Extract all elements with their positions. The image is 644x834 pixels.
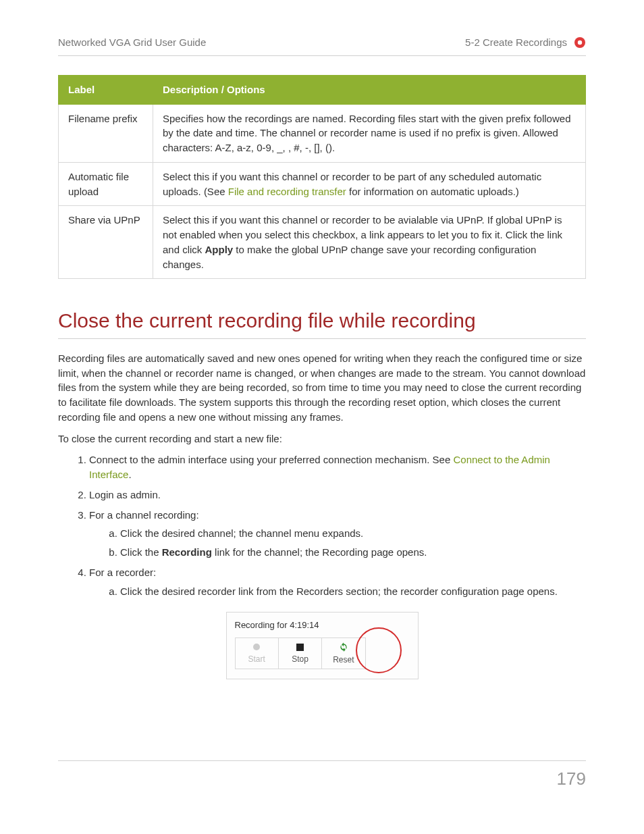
- header-rule: [58, 55, 586, 56]
- recording-button-row: Start Stop Reset: [235, 637, 366, 669]
- page-number: 179: [58, 766, 586, 792]
- cell-label: Share via UPnP: [59, 206, 153, 279]
- step-4: For a recorder: Click the desired record…: [89, 565, 586, 599]
- brand-icon: [574, 36, 586, 49]
- link-file-transfer[interactable]: File and recording transfer: [228, 186, 346, 197]
- start-button[interactable]: Start: [236, 638, 279, 669]
- steps-list: Connect to the admin interface using you…: [58, 452, 586, 598]
- step-3: For a channel recording: Click the desir…: [89, 508, 586, 560]
- reset-icon: [339, 642, 348, 654]
- svg-rect-3: [296, 644, 304, 651]
- header-left: Networked VGA Grid User Guide: [58, 35, 206, 50]
- stop-button[interactable]: Stop: [279, 638, 322, 669]
- recording-status-text: Recording for 4:19:14: [235, 619, 410, 632]
- reset-button[interactable]: Reset: [322, 638, 365, 669]
- table-row: Automatic file upload Select this if you…: [59, 162, 586, 206]
- step-3a: Click the desired channel; the channel m…: [120, 526, 586, 541]
- table-row: Share via UPnP Select this if you want t…: [59, 206, 586, 279]
- svg-point-1: [578, 41, 582, 45]
- stop-icon: [296, 644, 304, 653]
- page-header: Networked VGA Grid User Guide 5-2 Create…: [58, 35, 586, 54]
- svg-point-2: [253, 644, 260, 650]
- record-icon: [252, 643, 261, 653]
- step-2: Login as admin.: [89, 488, 586, 502]
- header-right: 5-2 Create Recordings: [465, 35, 567, 50]
- th-desc: Description / Options: [153, 75, 586, 104]
- footer-rule: [58, 760, 586, 761]
- intro-lead: To close the current recording and start…: [58, 432, 586, 446]
- intro-paragraph: Recording files are automatically saved …: [58, 351, 586, 425]
- cell-desc: Select this if you want this channel or …: [153, 206, 586, 279]
- cell-label: Filename prefix: [59, 104, 153, 162]
- section-heading: Close the current recording file while r…: [58, 306, 586, 339]
- step-1: Connect to the admin interface using you…: [89, 452, 586, 482]
- cell-label: Automatic file upload: [59, 162, 153, 206]
- cell-desc: Specifies how the recordings are named. …: [153, 104, 586, 162]
- th-label: Label: [59, 75, 153, 104]
- step-4a: Click the desired recorder link from the…: [120, 584, 586, 599]
- step-3b: Click the Recording link for the channel…: [120, 545, 586, 560]
- recording-panel-figure: Recording for 4:19:14 Start Stop: [226, 612, 419, 679]
- cell-desc: Select this if you want this channel or …: [153, 162, 586, 206]
- table-row: Filename prefix Specifies how the record…: [59, 104, 586, 162]
- options-table: Label Description / Options Filename pre…: [58, 75, 586, 280]
